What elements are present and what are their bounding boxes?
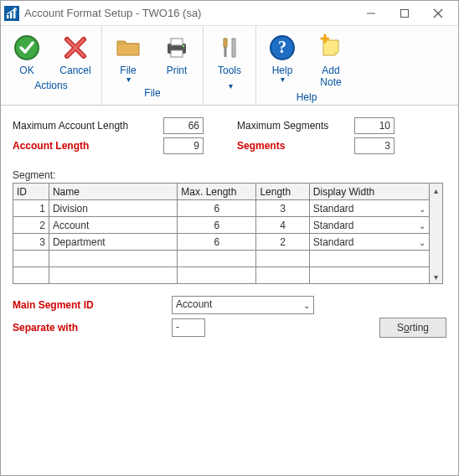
cell-max[interactable]: 6 xyxy=(178,217,256,234)
segments-label: Segments xyxy=(237,140,354,152)
tools-label: Tools xyxy=(218,65,241,76)
sorting-button[interactable]: Sorting xyxy=(379,318,446,338)
segment-section-label: Segment: xyxy=(13,169,446,181)
ribbon-group-help: ? Help ▾ Add Note Help xyxy=(256,26,357,105)
app-window: Account Format Setup - TWO16 (sa) OK xyxy=(0,0,459,476)
check-icon xyxy=(12,33,42,63)
cell-id[interactable]: 3 xyxy=(13,234,49,251)
x-red-icon xyxy=(60,33,90,63)
ribbon-group-actions: OK Cancel Actions xyxy=(1,26,102,105)
cell-id[interactable] xyxy=(13,267,49,284)
ribbon-group-tools: Tools ▾ xyxy=(204,26,256,105)
lower-section: Main Segment ID Account ⌄ Separate with … xyxy=(13,296,446,338)
file-button[interactable]: File ▾ xyxy=(106,29,151,85)
close-button[interactable] xyxy=(421,2,455,25)
svg-rect-1 xyxy=(10,13,13,18)
max-segments-label: Maximum Segments xyxy=(237,120,354,132)
segment-table: ID Name Max. Length Length Display Width… xyxy=(13,183,430,284)
cell-disp[interactable]: Standard⌄ xyxy=(309,217,429,234)
cell-name[interactable] xyxy=(49,267,177,284)
cell-len[interactable]: 2 xyxy=(256,234,309,251)
cancel-label: Cancel xyxy=(59,65,90,76)
cell-name[interactable]: Account xyxy=(49,217,177,234)
table-row[interactable]: 3Department62Standard⌄ xyxy=(13,234,430,251)
col-header-name[interactable]: Name xyxy=(49,184,177,200)
folder-icon xyxy=(113,33,143,63)
table-row[interactable]: 1Division63Standard⌄ xyxy=(13,200,430,217)
table-row[interactable] xyxy=(13,251,430,267)
add-note-button[interactable]: Add Note xyxy=(308,29,353,90)
cell-disp[interactable] xyxy=(309,267,429,284)
group-title-tools: ▾ xyxy=(207,80,252,91)
cell-name[interactable] xyxy=(49,251,177,267)
table-scrollbar[interactable]: ▴ ▾ xyxy=(430,183,443,284)
scroll-down-icon[interactable]: ▾ xyxy=(431,270,442,283)
col-header-id[interactable]: ID xyxy=(13,184,49,200)
cell-max[interactable] xyxy=(178,267,256,284)
svg-rect-10 xyxy=(171,50,183,57)
cell-disp[interactable]: Standard⌄ xyxy=(309,234,429,251)
col-header-len[interactable]: Length xyxy=(256,184,309,200)
minimize-button[interactable] xyxy=(354,2,388,25)
svg-rect-4 xyxy=(401,9,409,17)
cell-name[interactable]: Department xyxy=(49,234,177,251)
ribbon-toolbar: OK Cancel Actions File ▾ xyxy=(1,26,458,106)
chevron-down-icon: ⌄ xyxy=(419,237,425,246)
cell-max[interactable] xyxy=(178,251,256,267)
cell-len[interactable] xyxy=(256,267,309,284)
cell-max[interactable]: 6 xyxy=(178,200,256,217)
chevron-down-icon: ▾ xyxy=(126,75,131,84)
svg-rect-9 xyxy=(171,39,183,45)
cell-len[interactable]: 4 xyxy=(256,217,309,234)
table-row[interactable]: 2Account64Standard⌄ xyxy=(13,217,430,234)
cell-disp[interactable]: Standard⌄ xyxy=(309,200,429,217)
max-account-length-value: 66 xyxy=(163,117,204,134)
cancel-button[interactable]: Cancel xyxy=(53,29,98,78)
group-title-file: File xyxy=(106,87,199,99)
account-length-label: Account Length xyxy=(13,140,163,152)
cell-id[interactable]: 1 xyxy=(13,200,49,217)
print-button[interactable]: Print xyxy=(154,29,199,85)
cell-id[interactable]: 2 xyxy=(13,217,49,234)
help-icon: ? xyxy=(267,33,297,63)
cell-name[interactable]: Division xyxy=(49,200,177,217)
ok-button[interactable]: OK xyxy=(4,29,49,78)
segment-table-wrap: ID Name Max. Length Length Display Width… xyxy=(13,183,446,284)
cell-max[interactable]: 6 xyxy=(178,234,256,251)
main-segment-combo[interactable]: Account ⌄ xyxy=(172,296,314,314)
group-title-help: Help xyxy=(260,91,353,103)
help-button[interactable]: ? Help ▾ xyxy=(260,29,305,90)
max-segments-value: 10 xyxy=(354,117,395,134)
cell-len[interactable] xyxy=(256,251,309,267)
scroll-up-icon[interactable]: ▴ xyxy=(431,184,442,197)
segments-input[interactable]: 3 xyxy=(354,137,395,154)
print-label: Print xyxy=(167,65,188,76)
chevron-down-icon: ⌄ xyxy=(419,204,425,213)
cell-len[interactable]: 3 xyxy=(256,200,309,217)
account-length-input[interactable]: 9 xyxy=(163,137,204,154)
cell-id[interactable] xyxy=(13,251,49,267)
svg-point-11 xyxy=(183,45,185,48)
svg-text:?: ? xyxy=(278,38,286,56)
chevron-down-icon: ⌄ xyxy=(303,301,310,310)
printer-icon xyxy=(162,33,192,63)
col-header-max[interactable]: Max. Length xyxy=(178,184,256,200)
cell-disp[interactable] xyxy=(309,251,429,267)
svg-rect-2 xyxy=(13,10,16,18)
group-title-actions: Actions xyxy=(4,80,98,91)
col-header-disp[interactable]: Display Width xyxy=(309,184,429,200)
titlebar: Account Format Setup - TWO16 (sa) xyxy=(1,1,458,26)
table-row[interactable] xyxy=(13,267,430,284)
window-title: Account Format Setup - TWO16 (sa) xyxy=(24,7,354,19)
add-note-label: Add Note xyxy=(310,65,352,88)
ok-label: OK xyxy=(19,65,34,76)
svg-rect-0 xyxy=(7,15,9,18)
separate-with-input[interactable]: - xyxy=(172,318,205,337)
tools-button[interactable]: Tools xyxy=(207,29,252,78)
maximize-button[interactable] xyxy=(388,2,421,25)
window-controls xyxy=(354,2,455,25)
chevron-down-icon: ▾ xyxy=(281,75,285,84)
main-segment-value: Account xyxy=(176,298,212,310)
main-segment-label: Main Segment ID xyxy=(13,299,172,311)
ribbon-group-file: File ▾ Print File xyxy=(102,26,204,105)
